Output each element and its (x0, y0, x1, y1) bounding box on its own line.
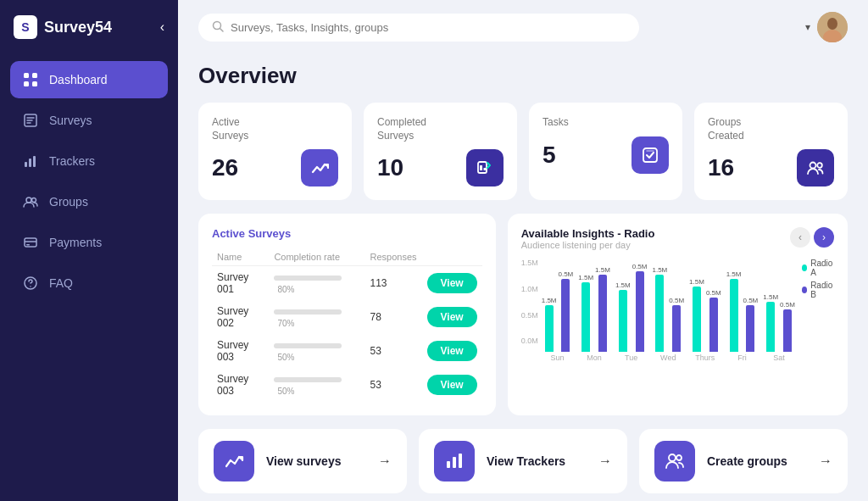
svg-rect-0 (24, 73, 29, 78)
stat-label-tasks: Tasks (542, 116, 669, 130)
dashboard-icon (22, 71, 39, 88)
stat-icon-completed-surveys (466, 149, 504, 186)
next-arrow-button[interactable]: › (814, 227, 834, 248)
day-label: Mon (578, 353, 610, 362)
day-label: Fri (726, 353, 759, 362)
svg-rect-26 (459, 454, 462, 468)
chart-column: 1.5M 0.5M (689, 267, 721, 352)
action-icon-surveys (214, 441, 254, 482)
sidebar-item-payments[interactable]: Payments (10, 224, 168, 261)
survey-view-action[interactable]: View (422, 368, 482, 402)
stat-card-groups: GroupsCreated 16 (694, 103, 848, 200)
sidebar-item-groups-label: Groups (49, 195, 88, 209)
content-area: Overview ActiveSurveys 26 CompletedSurve… (178, 54, 868, 501)
sidebar-item-surveys[interactable]: Surveys (10, 102, 168, 139)
sidebar: S Survey54 ‹ Dashboard (0, 0, 178, 501)
stat-icon-tasks (632, 136, 669, 174)
view-button[interactable]: View (427, 307, 477, 327)
survey-completion: 70% (269, 300, 364, 334)
sidebar-item-groups[interactable]: Groups (10, 183, 168, 220)
lower-section: Active Surveys Name Completion rate Resp… (198, 214, 848, 415)
day-label: Sat (763, 353, 795, 362)
search-bar[interactable] (198, 14, 639, 42)
svg-point-13 (30, 286, 31, 287)
survey-completion: 50% (269, 334, 364, 368)
table-row: Survey 003 50% 53 View (212, 368, 482, 402)
action-card-view-trackers[interactable]: View Trackers → (419, 429, 627, 493)
legend-label-a: Radio A (810, 259, 834, 277)
main-content: ▾ Overview ActiveSurveys 26 (178, 0, 868, 501)
action-arrow-surveys: → (378, 454, 392, 469)
survey-completion: 80% (269, 266, 364, 301)
col-responses: Responses (364, 248, 421, 266)
stat-icon-groups (797, 149, 834, 186)
day-label: Tue (615, 353, 648, 362)
avatar[interactable] (817, 12, 848, 42)
svg-point-16 (827, 18, 837, 30)
sidebar-collapse-button[interactable]: ‹ (160, 19, 164, 35)
action-card-view-surveys[interactable]: View surveys → (198, 429, 407, 493)
user-menu-chevron[interactable]: ▾ (805, 21, 810, 33)
active-surveys-card: Active Surveys Name Completion rate Resp… (198, 214, 496, 415)
svg-rect-20 (484, 168, 487, 170)
y-label-1.5m: 1.5M (521, 259, 538, 267)
sidebar-item-surveys-label: Surveys (49, 114, 92, 127)
action-icon-trackers (434, 441, 475, 482)
stat-value-active-surveys: 26 (212, 154, 238, 181)
view-button[interactable]: View (427, 341, 477, 361)
sidebar-item-trackers[interactable]: Trackers (10, 142, 168, 180)
day-label: Wed (652, 353, 684, 362)
survey-responses: 78 (364, 300, 421, 334)
insights-card: Available Insights - Radio Audience list… (508, 214, 848, 415)
prev-arrow-button[interactable]: ‹ (790, 227, 810, 248)
survey-name: Survey 003 (212, 368, 269, 402)
col-name: Name (212, 248, 269, 266)
survey-view-action[interactable]: View (422, 266, 482, 301)
page-title: Overview (198, 63, 848, 89)
survey-view-action[interactable]: View (422, 334, 482, 368)
svg-point-23 (817, 163, 822, 168)
y-axis-labels: 1.5M 1.0M 0.5M 0.0M (521, 259, 538, 360)
survey-view-action[interactable]: View (422, 300, 482, 334)
sidebar-item-trackers-label: Trackers (49, 154, 95, 168)
survey-name: Survey 003 (212, 334, 269, 368)
chart-column: 1.5M 0.5M (542, 267, 574, 352)
action-arrow-groups: → (819, 454, 832, 469)
action-card-create-groups[interactable]: Create groups → (639, 429, 848, 493)
view-button[interactable]: View (427, 375, 477, 395)
svg-rect-1 (32, 73, 37, 78)
sidebar-item-dashboard-label: Dashboard (49, 73, 108, 86)
surveys-icon (22, 112, 39, 129)
logo-icon: S (14, 15, 37, 39)
header-right: ▾ (805, 12, 848, 42)
sidebar-item-payments-label: Payments (49, 236, 102, 249)
svg-rect-6 (29, 159, 31, 167)
table-row: Survey 001 80% 113 View (212, 266, 482, 301)
search-icon (212, 20, 224, 35)
y-label-1m: 1.0M (521, 285, 538, 293)
chart-column: 1.5M 0.5M (726, 267, 759, 352)
legend-dot-b (802, 287, 807, 293)
svg-rect-7 (33, 156, 36, 167)
nav-arrows: ‹ › (790, 227, 834, 248)
active-surveys-title: Active Surveys (212, 227, 482, 240)
logo: S Survey54 (14, 15, 112, 39)
y-label-0.5m: 0.5M (521, 311, 538, 320)
svg-rect-2 (24, 81, 29, 86)
svg-rect-10 (25, 238, 36, 247)
action-arrow-trackers: → (598, 454, 612, 469)
view-button[interactable]: View (427, 273, 477, 293)
insights-subtitle: Audience listening per day (521, 240, 655, 250)
sidebar-nav: Dashboard Surveys Trackers (0, 54, 178, 309)
survey-name: Survey 001 (212, 266, 269, 301)
action-label-trackers: View Trackers (487, 454, 587, 468)
search-input[interactable] (231, 21, 626, 34)
sidebar-item-faq[interactable]: FAQ (10, 264, 168, 302)
col-action (422, 248, 482, 266)
stat-card-active-surveys: ActiveSurveys 26 (198, 103, 352, 200)
svg-rect-11 (26, 244, 30, 246)
sidebar-item-dashboard[interactable]: Dashboard (10, 61, 168, 98)
chart-column: 1.5M 1.5M (578, 267, 610, 352)
header: ▾ (178, 0, 868, 54)
table-row: Survey 002 70% 78 View (212, 300, 482, 334)
